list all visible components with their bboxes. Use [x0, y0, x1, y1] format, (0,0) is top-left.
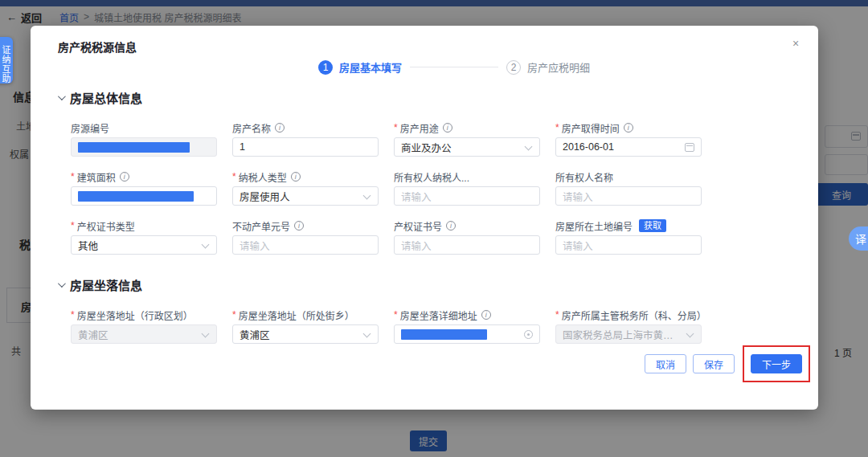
form-field-tax-office: *房产所属主管税务所（科、分局）国家税务总局上海市黄浦区税务局第... — [555, 309, 702, 344]
form-field-address-street: *房屋坐落地址（所处街乡）黄浦区 — [232, 309, 379, 344]
field-label: 房源编号 — [71, 122, 217, 133]
house-source-number-redacted — [71, 137, 217, 157]
property-name-input[interactable]: 1 — [232, 137, 379, 157]
field-label: 不动产单元号i — [232, 220, 379, 231]
field-label: 房屋所在土地编号获取 — [555, 220, 702, 231]
field-label: *建筑面积i — [71, 171, 217, 182]
form-field-taxpayer-type: *纳税人类型i房屋使用人 — [232, 171, 379, 206]
taxpayer-type-select[interactable]: 房屋使用人 — [232, 186, 379, 206]
screen: ← 返回 首页 > 城镇土地使用税 房产税税源明细表 信息 土地 权属 税源 房… — [0, 0, 868, 457]
form-field-property-acquire-date: *房产取得时间i2016-06-01 — [555, 122, 702, 157]
address-street-select[interactable]: 黄浦区 — [232, 324, 379, 344]
get-land-number-button[interactable]: 获取 — [639, 219, 666, 232]
field-label: *房产所属主管税务所（科、分局） — [555, 309, 702, 320]
field-label: *房屋坐落地址（所处街乡） — [232, 309, 379, 320]
form-field-land-number: 房屋所在土地编号获取请输入 — [555, 220, 702, 255]
field-label: *房屋坐落详细地址i — [394, 309, 540, 320]
side-helper-tag[interactable]: 证纳互助 — [0, 37, 13, 84]
ownership-cert-type-select[interactable]: 其他 — [71, 235, 217, 255]
save-button[interactable]: 保存 — [693, 354, 735, 373]
field-label-text: 所有权人名称 — [555, 170, 613, 184]
form-field-building-area: *建筑面积i — [71, 171, 217, 206]
field-placeholder: 请输入 — [401, 189, 432, 204]
property-use-select[interactable]: 商业及办公 — [394, 137, 540, 157]
field-label-text: 纳税人类型 — [239, 170, 287, 184]
info-icon[interactable]: i — [481, 310, 491, 320]
field-label-text: 房产名称 — [232, 121, 271, 135]
field-label-text: 房屋坐落详细地址 — [400, 308, 477, 322]
field-label: 产权证书号i — [394, 220, 540, 231]
field-label-text: 所有权人纳税人... — [394, 170, 469, 184]
field-placeholder: 请输入 — [563, 189, 593, 204]
owner-taxpayer-id-input[interactable]: 请输入 — [394, 186, 540, 206]
info-icon[interactable]: i — [443, 123, 452, 133]
property-tax-modal: 房产税税源信息 × 1 房屋基本填写 2 房产应税明细 房屋总体信息 房源编号房… — [31, 26, 818, 410]
real-estate-unit-number-input[interactable]: 请输入 — [232, 235, 379, 255]
field-label-text: 产权证书号 — [394, 219, 442, 233]
field-label-text: 产权证书类型 — [77, 219, 135, 233]
field-label: *房产用途i — [394, 122, 540, 133]
required-asterisk: * — [232, 171, 236, 182]
chevron-down-icon — [202, 330, 210, 338]
modal-footer: 取消 保存 下一步 — [645, 345, 810, 382]
chevron-down-icon — [363, 192, 371, 200]
field-value: 1 — [240, 141, 245, 153]
field-placeholder: 请输入 — [401, 238, 432, 253]
step-2-circle: 2 — [506, 60, 521, 75]
translate-button[interactable]: 译 — [849, 226, 868, 251]
field-placeholder: 请输入 — [240, 238, 270, 253]
tax-office-select: 国家税务总局上海市黄浦区税务局第... — [555, 324, 702, 344]
field-value: 商业及办公 — [401, 140, 452, 155]
required-asterisk: * — [394, 122, 398, 133]
stepper: 1 房屋基本填写 2 房产应税明细 — [60, 59, 848, 75]
info-icon[interactable]: i — [294, 221, 304, 231]
property-acquire-date-date[interactable]: 2016-06-01 — [555, 137, 702, 157]
required-asterisk: * — [394, 309, 398, 320]
field-label-text: 房产用途 — [400, 121, 439, 135]
form-grid-general: 房源编号房产名称i1*房产用途i商业及办公*房产取得时间i2016-06-01*… — [71, 122, 791, 255]
address-detail-redacted[interactable] — [394, 324, 540, 344]
form-field-ownership-cert-number: 产权证书号i请输入 — [394, 220, 540, 255]
close-icon[interactable]: × — [789, 37, 802, 50]
info-icon[interactable]: i — [291, 172, 301, 182]
info-icon[interactable]: i — [275, 123, 285, 133]
building-area-redacted[interactable] — [71, 186, 217, 206]
info-icon[interactable]: i — [120, 172, 129, 182]
field-label-text: 房屋坐落地址（所处街乡） — [239, 308, 354, 322]
field-label: *房产取得时间i — [555, 122, 702, 133]
required-asterisk: * — [555, 309, 559, 320]
ownership-cert-number-input[interactable]: 请输入 — [394, 235, 540, 255]
required-asterisk: * — [71, 309, 75, 320]
field-value: 黄浦区 — [78, 327, 108, 342]
address-district-select: 黄浦区 — [71, 324, 217, 344]
chevron-down-icon — [686, 330, 694, 338]
chevron-down-icon — [58, 92, 66, 100]
required-asterisk: * — [71, 220, 75, 231]
required-asterisk: * — [71, 171, 75, 182]
redacted-value — [78, 142, 190, 153]
chevron-down-icon — [58, 280, 66, 288]
chevron-down-icon — [525, 143, 533, 151]
info-icon[interactable]: i — [446, 221, 456, 231]
redacted-value — [78, 191, 194, 202]
info-icon[interactable]: i — [624, 123, 633, 133]
field-label: *房屋坐落地址（行政区划） — [71, 309, 217, 320]
step-basic-info[interactable]: 1 房屋基本填写 — [318, 59, 402, 75]
field-label: *产权证书类型 — [71, 220, 217, 231]
cancel-button[interactable]: 取消 — [645, 354, 686, 373]
field-label: 房产名称i — [232, 122, 379, 133]
land-number-input[interactable]: 请输入 — [555, 235, 702, 255]
form-field-ownership-cert-type: *产权证书类型其他 — [71, 220, 217, 255]
section-header-location[interactable]: 房屋坐落信息 — [58, 275, 791, 293]
section-header-general[interactable]: 房屋总体信息 — [58, 88, 791, 106]
field-value: 2016-06-01 — [563, 141, 614, 153]
calendar-icon — [685, 143, 694, 152]
step-tax-detail[interactable]: 2 房产应税明细 — [506, 59, 590, 75]
next-step-button[interactable]: 下一步 — [751, 354, 802, 373]
redacted-value — [401, 329, 487, 340]
owner-name-input[interactable]: 请输入 — [555, 186, 702, 206]
form-field-property-use: *房产用途i商业及办公 — [394, 122, 540, 157]
form-field-real-estate-unit-number: 不动产单元号i请输入 — [232, 220, 379, 255]
field-label-text: 不动产单元号 — [232, 219, 290, 233]
step-1-circle: 1 — [318, 60, 333, 75]
